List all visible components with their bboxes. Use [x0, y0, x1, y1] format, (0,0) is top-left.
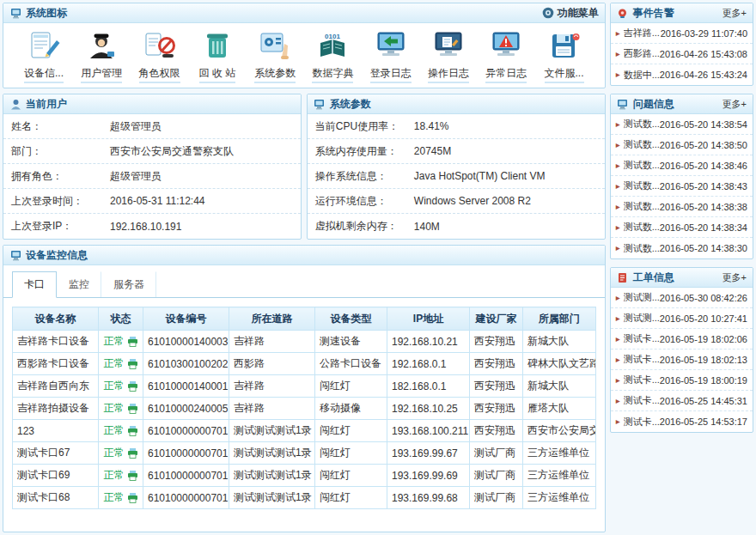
current-user-panel: 当前用户 姓名： 超级管理员 部门： 西安市公安局交通警察支队 拥有角色： 超级…	[3, 94, 302, 240]
col-header-department[interactable]: 所属部门	[523, 307, 596, 331]
order-item[interactable]: ▸ 测试卡... 2016-05-25 14:53:17	[611, 411, 753, 432]
tab-checkpoint[interactable]: 卡口	[12, 271, 57, 298]
panel-title: 系统图标	[26, 6, 67, 21]
printer-icon[interactable]	[127, 381, 138, 392]
toolbar-icon-operation-log[interactable]: 操作日志	[422, 31, 475, 83]
cell-vendor: 西安翔迅	[470, 353, 523, 375]
toolbar-icon-role-permission[interactable]: 角色权限	[133, 31, 186, 83]
order-item[interactable]: ▸ 测试测... 2016-05-20 10:27:41	[611, 308, 753, 329]
event-item[interactable]: ▸ 西影路... 2016-04-26 15:43:08	[611, 44, 753, 64]
cell-vendor: 西安翔迅	[470, 375, 523, 398]
event-item[interactable]: ▸ 吉祥路... 2016-03-29 11:07:40	[611, 23, 753, 44]
events-more-link[interactable]: 更多+	[722, 7, 747, 20]
col-header-device-name[interactable]: 设备名称	[13, 307, 99, 331]
tab-server[interactable]: 服务器	[101, 271, 156, 297]
cell-status: 正常	[99, 442, 143, 465]
col-header-road[interactable]: 所在道路	[229, 307, 315, 331]
toolbar-icon-exception-log[interactable]: 异常日志	[479, 31, 533, 83]
table-row[interactable]: 吉祥路自西向东 正常 61010000140001 吉祥路 闯红灯 182.16…	[13, 375, 596, 398]
field-label: 系统内存使用量：	[315, 144, 414, 159]
toolbar-icon-user-management[interactable]: 用户管理	[75, 31, 128, 83]
toolbar-icon-login-log[interactable]: 登录日志	[364, 31, 418, 83]
field-value: 20745M	[414, 145, 451, 157]
table-row[interactable]: 吉祥路拍摄设备 正常 61010000240005 吉祥路 移动摄像 192.1…	[13, 398, 596, 420]
printer-icon[interactable]	[127, 337, 138, 347]
field-label: 当前CPU使用率：	[315, 119, 414, 134]
field-label: 上次登录时间：	[11, 194, 110, 209]
problem-item[interactable]: ▸ 测试数... 2016-05-20 14:38:54	[611, 114, 753, 135]
cell-road: 吉祥路	[229, 331, 315, 353]
cell-device-name: 吉祥路卡口设备	[13, 331, 99, 353]
col-header-vendor[interactable]: 建设厂家	[470, 307, 523, 331]
order-item[interactable]: ▸ 测试卡... 2016-05-25 14:45:31	[611, 391, 753, 411]
problem-item[interactable]: ▸ 测试数... 2016-05-20 14:38:50	[611, 135, 753, 155]
table-row[interactable]: 西影路卡口设备 正常 61010300100202 西影路 公路卡口设备 192…	[13, 353, 596, 375]
cell-vendor: 测试厂商	[470, 465, 523, 487]
toolbar-icon-data-dictionary[interactable]: 0101 数据字典	[306, 31, 359, 83]
monitor-icon	[9, 249, 21, 261]
work-order-panel: 工单信息 更多+ ▸ 测试测... 2016-05-30 08:42:26 ▸ …	[610, 267, 753, 433]
bullet-icon: ▸	[616, 223, 620, 232]
printer-icon[interactable]	[127, 426, 138, 436]
field-value: 192.168.10.191	[110, 221, 181, 233]
printer-icon[interactable]	[127, 404, 138, 414]
toolbar-icon-system-params[interactable]: 系统参数	[248, 31, 302, 83]
cell-device-name: 123	[13, 420, 99, 442]
order-item[interactable]: ▸ 测试卡... 2016-05-19 18:00:19	[611, 370, 753, 391]
toolbar-icon-file-server[interactable]: 文件服...	[538, 31, 591, 83]
toolbar-icon-recycle-bin[interactable]: 回 收 站	[191, 31, 244, 83]
table-row[interactable]: 测试卡口69 正常 61010000000701 测试测试测试1录 闯红灯 19…	[13, 465, 596, 487]
table-row[interactable]: 123 正常 61010000000701 测试测试测试1录 闯红灯 193.1…	[13, 420, 596, 442]
info-row-last-login-time: 上次登录时间： 2016-05-31 11:12:44	[3, 189, 301, 214]
panel-title: 工单信息	[633, 271, 674, 285]
table-row[interactable]: 测试卡口67 正常 61010000000701 测试测试测试1录 闯红灯 19…	[13, 442, 596, 465]
field-label: 操作系统信息：	[315, 169, 414, 184]
tab-monitoring[interactable]: 监控	[57, 271, 101, 297]
problem-item[interactable]: ▸ 测试数... 2016-05-20 14:38:38	[611, 197, 753, 217]
field-label: 上次登录IP：	[11, 219, 110, 234]
problem-item[interactable]: ▸ 测试数... 2016-05-20 14:38:34	[611, 217, 753, 238]
cell-device-type: 闯红灯	[315, 375, 387, 398]
orders-more-link[interactable]: 更多+	[722, 271, 747, 284]
printer-icon[interactable]	[127, 493, 138, 503]
order-item[interactable]: ▸ 测试卡... 2016-05-19 18:02:06	[611, 329, 753, 350]
problem-item[interactable]: ▸ 测试数... 2016-05-20 14:38:43	[611, 176, 753, 197]
problems-more-link[interactable]: 更多+	[722, 98, 747, 111]
cell-device-code: 61010000000701	[143, 420, 229, 442]
bullet-icon: ▸	[616, 203, 620, 211]
col-header-status[interactable]: 状态	[99, 307, 143, 331]
toolbar-icon-device-info[interactable]: 设备信...	[17, 31, 70, 83]
table-row[interactable]: 测试卡口68 正常 61010000000701 测试测试测试1录 闯红灯 19…	[13, 487, 596, 509]
toolbar-icon-label: 登录日志	[370, 66, 412, 83]
bullet-icon: ▸	[616, 376, 620, 385]
field-value: 超级管理员	[110, 119, 162, 134]
bullet-icon: ▸	[616, 29, 620, 38]
field-label: 虚拟机剩余内存：	[315, 219, 414, 234]
bullet-icon: ▸	[616, 397, 620, 405]
table-row[interactable]: 吉祥路卡口设备 正常 61010000140003 吉祥路 测速设备 192.1…	[13, 331, 596, 353]
dashboard: 系统图标 功能菜单 设备信...	[0, 0, 756, 535]
bullet-icon: ▸	[616, 120, 620, 129]
bullet-icon: ▸	[616, 356, 620, 364]
cell-status: 正常	[99, 420, 143, 442]
col-header-ip[interactable]: IP地址	[387, 307, 470, 331]
col-header-device-code[interactable]: 设备编号	[143, 307, 229, 331]
bullet-icon: ▸	[616, 161, 620, 170]
problem-item[interactable]: ▸ 测试数... 2016-05-20 14:38:30	[611, 238, 753, 258]
col-header-device-type[interactable]: 设备类型	[315, 307, 387, 331]
item-name: 测试卡...	[624, 374, 660, 386]
system-params-panel: 系统参数 当前CPU使用率： 18.41% 系统内存使用量： 20745M 操作…	[307, 94, 606, 240]
cell-device-code: 61010000000701	[143, 442, 229, 465]
printer-icon[interactable]	[127, 471, 138, 481]
bullet-icon: ▸	[616, 141, 620, 149]
printer-icon[interactable]	[127, 359, 138, 369]
system-params-header: 系统参数	[308, 94, 605, 114]
toolbar-icon-label: 异常日志	[485, 66, 527, 83]
printer-icon[interactable]	[127, 448, 138, 459]
order-item[interactable]: ▸ 测试卡... 2016-05-19 18:02:13	[611, 350, 753, 370]
order-item[interactable]: ▸ 测试测... 2016-05-30 08:42:26	[611, 288, 753, 308]
problem-item[interactable]: ▸ 测试数... 2016-05-20 14:38:46	[611, 155, 753, 176]
function-menu-button[interactable]: 功能菜单	[542, 6, 599, 21]
event-item[interactable]: ▸ 数据中... 2016-04-26 15:43:24	[611, 64, 753, 85]
cell-ip: 193.168.100.211	[387, 420, 470, 442]
